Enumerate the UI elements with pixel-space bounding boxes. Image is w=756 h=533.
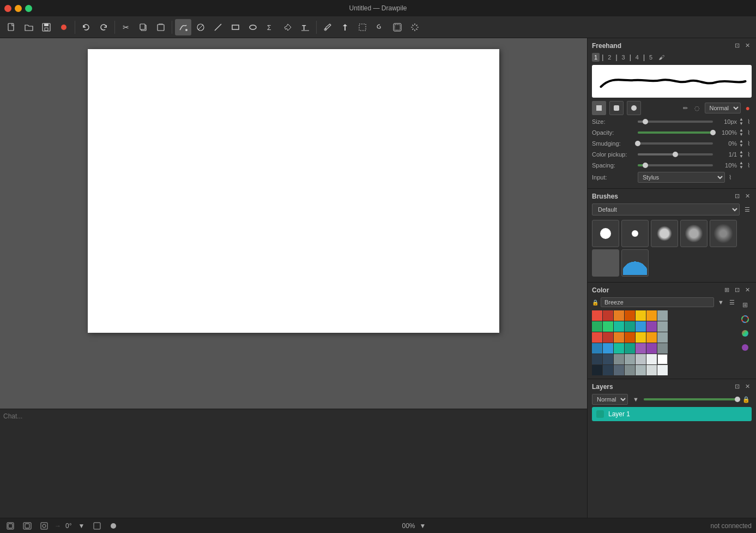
- input-mode-select[interactable]: Stylus: [638, 172, 725, 183]
- blend-mode-select[interactable]: Normal: [705, 103, 741, 113]
- fill-tool-button[interactable]: Σ: [262, 19, 279, 35]
- freehand-pin-button[interactable]: ⊡: [733, 41, 741, 50]
- size-down[interactable]: ▼: [739, 122, 743, 126]
- swatch-18[interactable]: [646, 332, 657, 343]
- brushes-preset-select[interactable]: Default: [592, 203, 740, 215]
- swatch-15[interactable]: [614, 332, 624, 343]
- spacing-down[interactable]: ▼: [739, 165, 743, 170]
- fit-size-button[interactable]: [21, 521, 34, 531]
- brush-item-4[interactable]: [680, 220, 707, 247]
- swatch-1[interactable]: [603, 310, 613, 321]
- opacity-dynamics[interactable]: ⌇: [746, 129, 752, 137]
- color-wheel-switch[interactable]: [740, 314, 751, 325]
- color-pickup-stepper[interactable]: ▲ ▼: [739, 150, 743, 159]
- color-picker-tool[interactable]: [740, 328, 751, 339]
- palette-menu[interactable]: ☰: [728, 298, 736, 307]
- opacity-down[interactable]: ▼: [739, 133, 743, 137]
- swatch-9[interactable]: [614, 321, 624, 332]
- swatch-27[interactable]: [614, 354, 624, 364]
- rectangle-tool-button[interactable]: [227, 19, 244, 35]
- navigator-button[interactable]: [38, 521, 50, 531]
- transform-tool-button[interactable]: [337, 19, 353, 35]
- swatch-5[interactable]: [646, 310, 657, 321]
- rotation-dropdown[interactable]: ▼: [76, 521, 87, 531]
- color-pin-button[interactable]: ⊡: [733, 286, 741, 294]
- close-button[interactable]: [4, 5, 11, 12]
- zoom-select-button[interactable]: [389, 19, 406, 35]
- brush-item-6[interactable]: [592, 249, 619, 277]
- swatch-extra2[interactable]: [657, 332, 668, 343]
- swatch-22[interactable]: [625, 343, 635, 354]
- freehand-tool-button[interactable]: [175, 19, 191, 35]
- swatch-26[interactable]: [603, 354, 613, 364]
- color-grid-icon[interactable]: ⊞: [740, 300, 751, 310]
- brushes-menu-button[interactable]: ☰: [743, 206, 752, 214]
- swatch-30[interactable]: [646, 354, 657, 364]
- selection-tool-button[interactable]: [354, 19, 371, 35]
- color-history[interactable]: [740, 342, 751, 353]
- swatch-7[interactable]: [592, 321, 602, 332]
- layer-blend-dropdown[interactable]: ▼: [631, 396, 640, 403]
- brush-item-1[interactable]: [592, 220, 619, 247]
- swatch-23[interactable]: [636, 343, 646, 354]
- swatch-35[interactable]: [625, 365, 635, 375]
- layer-row-1[interactable]: Layer 1: [592, 407, 752, 421]
- swatch-34[interactable]: [614, 365, 624, 375]
- swatch-20[interactable]: [603, 343, 613, 354]
- layers-close-button[interactable]: ✕: [743, 382, 752, 391]
- flood-fill-button[interactable]: [280, 19, 296, 35]
- size-dynamics[interactable]: ⌇: [746, 118, 752, 126]
- swatch-6[interactable]: [657, 310, 668, 321]
- line-tool-button[interactable]: [210, 19, 226, 35]
- swatch-11[interactable]: [636, 321, 646, 332]
- swatch-4[interactable]: [636, 310, 646, 321]
- color-pickup-dynamics[interactable]: ⌇: [746, 151, 752, 159]
- swatch-29[interactable]: [636, 354, 646, 364]
- maximize-button[interactable]: [25, 5, 32, 12]
- smudging-down[interactable]: ▼: [739, 143, 743, 148]
- fit-canvas-button[interactable]: [4, 521, 16, 531]
- brush-pencil-mode[interactable]: ✏: [681, 104, 690, 112]
- frame-toggle[interactable]: [91, 521, 103, 531]
- paste-button[interactable]: [153, 19, 169, 35]
- brush-erase-mode[interactable]: ◌: [693, 104, 701, 112]
- swatch-32[interactable]: [592, 365, 602, 375]
- brush-item-7[interactable]: [621, 249, 649, 277]
- brush-load-button[interactable]: 🖌: [657, 53, 666, 61]
- freehand-close-button[interactable]: ✕: [743, 41, 752, 50]
- brush-slot-3[interactable]: 3: [620, 53, 627, 62]
- brush-slot-2[interactable]: 2: [606, 53, 613, 62]
- record-button[interactable]: [56, 19, 72, 35]
- new-document-button[interactable]: [3, 19, 20, 35]
- redo-button[interactable]: [95, 19, 112, 35]
- swatch-0[interactable]: [592, 310, 602, 321]
- swatch-28[interactable]: [625, 354, 635, 364]
- layer-lock-button[interactable]: 🔒: [741, 396, 752, 404]
- smudging-stepper[interactable]: ▲ ▼: [739, 139, 743, 148]
- swatch-37[interactable]: [646, 365, 657, 375]
- layer-visible-button[interactable]: [107, 521, 119, 531]
- brush-item-2[interactable]: [621, 220, 649, 247]
- swatch-extra3[interactable]: [657, 343, 668, 354]
- brush-type-circle[interactable]: [627, 101, 641, 115]
- color-close-button[interactable]: ✕: [743, 286, 752, 294]
- brush-type-round[interactable]: [609, 101, 624, 115]
- swatch-25[interactable]: [592, 354, 602, 364]
- brush-type-square[interactable]: [592, 101, 606, 115]
- swatch-36[interactable]: [636, 365, 646, 375]
- brushes-close-button[interactable]: ✕: [743, 192, 752, 200]
- open-document-button[interactable]: [21, 19, 37, 35]
- save-document-button[interactable]: [38, 19, 55, 35]
- opacity-stepper[interactable]: ▲ ▼: [739, 128, 743, 137]
- spacing-stepper[interactable]: ▲ ▼: [739, 161, 743, 170]
- color-grid-toggle[interactable]: ⊞: [723, 286, 731, 294]
- canvas-container[interactable]: [0, 38, 587, 409]
- swatch-16[interactable]: [625, 332, 635, 343]
- lasso-tool-button[interactable]: [372, 19, 388, 35]
- swatch-10[interactable]: [625, 321, 635, 332]
- chat-input[interactable]: [3, 412, 584, 420]
- zoom-dropdown[interactable]: ▼: [418, 521, 428, 531]
- swatch-13[interactable]: [592, 332, 602, 343]
- swatch-19[interactable]: [592, 343, 602, 354]
- minimize-button[interactable]: [15, 5, 22, 12]
